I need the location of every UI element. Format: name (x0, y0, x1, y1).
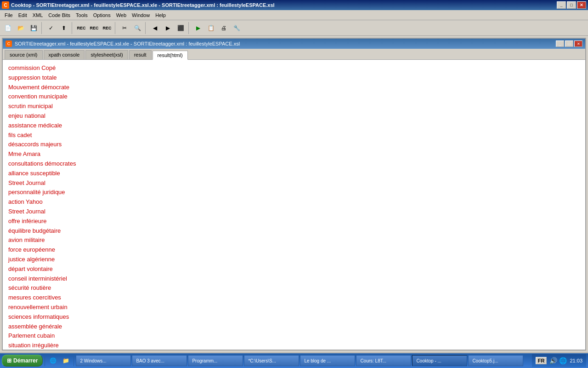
toolbar-stop[interactable]: ⬛ (175, 22, 187, 34)
inner-maximize-button[interactable]: □ (565, 40, 573, 47)
toolbar-sep4 (145, 22, 147, 34)
tray-icons: 🔊 🌐 (549, 357, 567, 362)
toolbar-rec3[interactable]: REC (101, 22, 113, 34)
list-item: personnalité juridique (8, 188, 580, 197)
toolbar-print[interactable]: 🖨 (218, 22, 230, 34)
taskbar-item-5[interactable]: Cours: L8T... (356, 355, 411, 362)
menu-web[interactable]: Web (113, 12, 129, 19)
menu-tools[interactable]: Tools (73, 12, 90, 19)
toolbar-cut[interactable]: ✂ (119, 22, 130, 34)
list-item: force européenne (8, 245, 580, 255)
inner-title-bar: C SORTIEtreetagger.xml - feuillestyleESP… (3, 39, 585, 49)
menu-help[interactable]: Help (153, 12, 169, 19)
list-item: désaccords majeurs (8, 140, 580, 150)
content-area[interactable]: commission Copésuppression totaleMouveme… (3, 60, 585, 350)
list-item: Street Journal (8, 207, 580, 217)
inner-window-title: SORTIEtreetagger.xml - feuillestyleESPAC… (15, 41, 240, 46)
toolbar-sep3 (115, 22, 117, 34)
menu-edit[interactable]: Edit (16, 12, 30, 19)
taskbar-item-7[interactable]: Cooktop5.j... (468, 355, 523, 362)
taskbar-item-0[interactable]: 2 Windows... (76, 355, 131, 362)
taskbar-item-2[interactable]: Programm... (188, 355, 243, 362)
inner-minimize-button[interactable]: _ (556, 40, 564, 47)
app-icon: C (2, 1, 9, 9)
toolbar-paste[interactable]: 📋 (205, 22, 217, 34)
tray-icon-2: 🌐 (559, 357, 567, 362)
toolbar-new[interactable]: 📄 (2, 22, 14, 34)
taskbar-sep (45, 355, 45, 362)
tab-result[interactable]: result (129, 50, 152, 59)
toolbar-find[interactable]: 🔍 (131, 22, 143, 34)
system-clock: 21:03 (570, 358, 582, 362)
close-button[interactable]: ✕ (577, 1, 586, 9)
list-item: alliance susceptible (8, 169, 580, 178)
list-item: justice algérienne (8, 255, 580, 264)
toolbar-rec2[interactable]: REC (88, 22, 100, 34)
toolbar-settings[interactable]: 🔧 (231, 22, 243, 34)
list-item: Street Journal (8, 178, 580, 188)
list-item: fils cadet (8, 131, 580, 140)
list-item: Parlement cubain (8, 331, 580, 341)
tray-icon-1: 🔊 (549, 357, 557, 362)
toolbar-check[interactable]: ✓ (45, 22, 57, 34)
tab-source-xml[interactable]: source (xml) (5, 50, 43, 59)
window-title: Cooktop - SORTIEtreetagger.xml - feuille… (11, 2, 275, 8)
list-item: assemblée générale (8, 322, 580, 332)
list-item: enjeu national (8, 111, 580, 121)
list-item: sciences informatiques (8, 312, 580, 322)
toolbar-run[interactable]: ▶ (192, 22, 204, 34)
inner-app-icon: C (6, 40, 12, 47)
toolbar-rec1[interactable]: REC (75, 22, 87, 34)
toolbar-sep2 (72, 22, 74, 34)
tab-bar: source (xml) xpath console stylesheet(xs… (3, 49, 585, 60)
list-item: conseil interministériel (8, 274, 580, 284)
taskbar-item-1[interactable]: BAO 3 avec... (132, 355, 187, 362)
list-item: convention municipale (8, 92, 580, 102)
toolbar-forward[interactable]: ▶ (162, 22, 174, 34)
menu-file[interactable]: File (2, 12, 16, 19)
toolbar-save[interactable]: 💾 (28, 22, 40, 34)
taskbar-item-3[interactable]: *C:\Users\S... (244, 355, 299, 362)
list-item: action Yahoo (8, 197, 580, 207)
toolbar-open[interactable]: 📂 (15, 22, 27, 34)
list-item: Mouvement démocrate (8, 83, 580, 92)
language-indicator[interactable]: FR (536, 357, 547, 362)
taskbar-quick-ie[interactable]: 🌐 (47, 355, 59, 362)
tab-xpath-console[interactable]: xpath console (44, 50, 85, 59)
list-item: assistance médicale (8, 121, 580, 131)
toolbar-up[interactable]: ⬆ (58, 22, 70, 34)
list-item: consultations démocrates (8, 159, 580, 169)
list-item: offre inférieure (8, 217, 580, 226)
menu-options[interactable]: Options (90, 12, 113, 19)
inner-window: C SORTIEtreetagger.xml - feuillestyleESP… (2, 38, 586, 351)
start-label: Démarrer (13, 357, 38, 362)
taskbar-item-6[interactable]: Cooktop - ... (412, 355, 467, 362)
title-bar: C Cooktop - SORTIEtreetagger.xml - feuil… (0, 0, 588, 10)
list-item: commission Copé (8, 63, 580, 73)
tab-result-html[interactable]: result(html) (153, 51, 188, 60)
list-item: situation irrégulière (8, 341, 580, 350)
inner-close-button[interactable]: ✕ (574, 40, 582, 47)
list-item: départ volontaire (8, 264, 580, 274)
list-item: Mme Amara (8, 150, 580, 159)
list-item: scrutin municipal (8, 102, 580, 111)
list-item: mesures coercitives (8, 293, 580, 303)
taskbar-item-4[interactable]: Le blog de ... (300, 355, 355, 362)
toolbar-back[interactable]: ◀ (149, 22, 161, 34)
window-controls: _ □ ✕ (557, 1, 586, 9)
minimize-button[interactable]: _ (557, 1, 566, 9)
taskbar-quick-folder[interactable]: 📁 (60, 355, 72, 362)
menu-window[interactable]: Window (129, 12, 153, 19)
maximize-button[interactable]: □ (567, 1, 576, 9)
start-button[interactable]: ⊞ Démarrer (2, 355, 43, 362)
list-item: sécurité routière (8, 283, 580, 293)
toolbar-sep1 (41, 22, 43, 34)
list-item: équilibre budgétaire (8, 226, 580, 236)
menu-xml[interactable]: XML (30, 12, 46, 19)
list-item: suppression totale (8, 73, 580, 83)
toolbar: 📄 📂 💾 ✓ ⬆ REC REC REC ✂ 🔍 ◀ ▶ ⬛ ▶ 📋 🖨 🔧 (0, 20, 588, 36)
menu-codebits[interactable]: Code Bits (45, 12, 73, 19)
tab-stylesheet-xsl[interactable]: stylesheet(xsl) (85, 50, 128, 59)
taskbar: ⊞ Démarrer 🌐 📁 2 Windows... BAO 3 avec..… (0, 353, 588, 362)
toolbar-sep5 (188, 22, 190, 34)
